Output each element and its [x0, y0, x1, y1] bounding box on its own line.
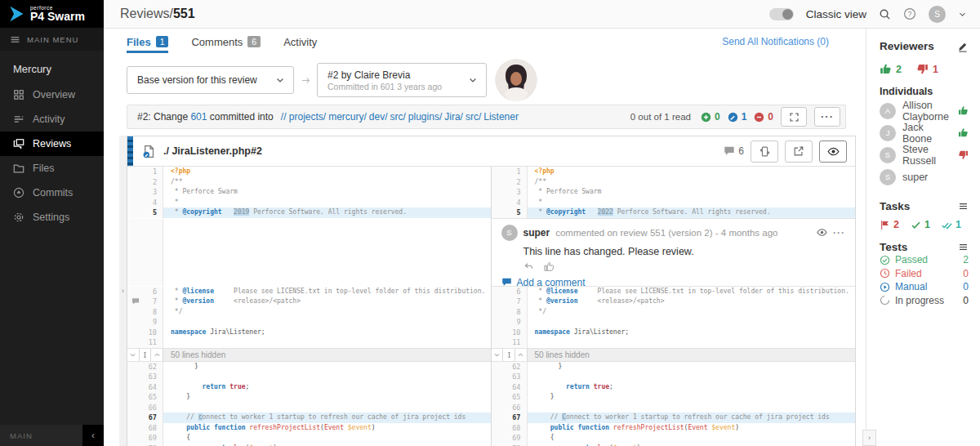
reviewer-row[interactable]: JJack Boone	[880, 122, 969, 144]
line-number[interactable]: 66	[492, 403, 528, 413]
sidebar-collapse-button[interactable]: ‹	[82, 425, 104, 446]
edit-reviewers-icon[interactable]	[957, 41, 969, 52]
sidebar-item-files[interactable]: Files	[0, 156, 104, 181]
line-number[interactable]: 69	[492, 433, 528, 444]
line-number[interactable]: 10	[492, 328, 528, 338]
path-segment[interactable]: Jira/	[444, 111, 463, 123]
path-segment[interactable]: Listener	[483, 111, 519, 123]
line-number[interactable]: 62	[127, 362, 163, 372]
line-number[interactable]: 63	[127, 372, 163, 382]
path-segment[interactable]: src/	[390, 111, 406, 123]
sidebar-item-settings[interactable]: Settings	[0, 205, 104, 230]
classic-view-toggle[interactable]	[769, 8, 794, 20]
author-avatar[interactable]	[495, 59, 537, 101]
expand-left-panel-handle[interactable]: ›	[119, 136, 127, 446]
tests-list-icon[interactable]	[958, 242, 969, 252]
line-number[interactable]: 9	[127, 317, 163, 328]
search-icon[interactable]	[879, 8, 891, 20]
reply-icon[interactable]	[523, 261, 534, 272]
line-number[interactable]: 2	[492, 177, 528, 188]
expand-down-button[interactable]	[492, 349, 504, 361]
fullscreen-button[interactable]	[781, 107, 807, 127]
line-number[interactable]: 8	[127, 307, 163, 318]
path-segment[interactable]: dev/	[369, 111, 388, 123]
sidebar-item-commits[interactable]: Commits	[0, 181, 104, 205]
base-version-select[interactable]: Base version for this review	[127, 66, 294, 94]
test-status-passed[interactable]: Passed2	[880, 253, 969, 267]
line-number[interactable]: 1	[127, 167, 163, 177]
line-number[interactable]: 4	[127, 198, 163, 208]
line-number[interactable]: 4	[492, 198, 528, 208]
chevron-down-icon[interactable]	[958, 10, 967, 19]
line-number[interactable]: 66	[127, 403, 163, 413]
line-number[interactable]: 70	[127, 444, 163, 446]
toggle-diff-layout-button[interactable]	[751, 140, 778, 163]
tab-activity[interactable]: Activity	[283, 30, 317, 53]
app-logo[interactable]: perforce P4 Swarm	[0, 0, 104, 28]
line-number[interactable]: 2	[127, 177, 163, 188]
send-notifications-link[interactable]: Send All Notifications (0)	[722, 36, 829, 47]
reviewer-row[interactable]: Ssuper	[880, 166, 969, 188]
test-status-failed[interactable]: Failed0	[880, 267, 969, 281]
line-number[interactable]: 3	[492, 187, 528, 198]
reviewer-row[interactable]: SSteve Russell	[880, 144, 969, 166]
line-number[interactable]: 70	[492, 444, 528, 446]
tab-files[interactable]: Files1	[127, 30, 168, 53]
line-number[interactable]: 7	[127, 297, 163, 307]
expand-all-button[interactable]	[503, 349, 515, 361]
tab-comments[interactable]: Comments6	[191, 30, 261, 53]
line-number[interactable]: 67	[127, 413, 163, 423]
reviewer-row[interactable]: AAllison Clayborne	[880, 100, 969, 122]
line-number[interactable]: 10	[127, 328, 163, 338]
line-number[interactable]: 8	[492, 307, 528, 318]
eye-icon[interactable]	[817, 227, 827, 238]
comment-author[interactable]: super	[523, 227, 550, 239]
breadcrumb-section[interactable]: Reviews/	[120, 7, 173, 20]
file-name[interactable]: ./ JiraListener.php#2	[163, 145, 262, 157]
sidebar-item-reviews[interactable]: Reviews	[0, 132, 104, 156]
sidebar-item-activity[interactable]: Activity	[0, 107, 104, 132]
comment-marker-icon[interactable]	[131, 297, 140, 306]
tasks-list-icon[interactable]	[958, 201, 969, 212]
more-options-button[interactable]: ···	[814, 107, 840, 127]
mark-read-button[interactable]	[819, 140, 847, 163]
line-number[interactable]: 64	[492, 382, 528, 393]
expand-up-button[interactable]	[515, 349, 528, 361]
target-version-select[interactable]: #2 by Claire Brevia Committed in 601 3 y…	[317, 63, 487, 97]
expand-down-button[interactable]	[127, 349, 140, 361]
sidebar-item-overview[interactable]: Overview	[0, 83, 104, 107]
line-number[interactable]: 62	[492, 362, 528, 372]
main-menu-button[interactable]: MAIN MENU	[0, 28, 104, 51]
test-status-manual[interactable]: Manual0	[880, 280, 969, 294]
line-number[interactable]: 68	[492, 423, 528, 434]
path-segment[interactable]: // projects/	[281, 111, 326, 123]
line-number[interactable]: 65	[127, 392, 163, 403]
line-number[interactable]: 6	[492, 287, 528, 297]
line-number[interactable]: 65	[492, 392, 528, 403]
line-number[interactable]: 9	[492, 317, 528, 328]
like-icon[interactable]	[544, 261, 555, 272]
expand-up-button[interactable]	[151, 349, 163, 361]
line-number[interactable]: 1	[492, 167, 528, 177]
path-segment[interactable]: plugins/	[408, 111, 442, 123]
change-number-link[interactable]: 601	[190, 111, 207, 123]
expand-right-panel-handle[interactable]: ›	[862, 430, 876, 446]
line-number[interactable]: 3	[127, 187, 163, 198]
file-comment-count[interactable]: 6	[724, 145, 744, 157]
test-status-in-progress[interactable]: In progress0	[880, 294, 969, 308]
breadcrumb[interactable]: Reviews/551	[104, 7, 195, 21]
path-segment[interactable]: mercury/	[328, 111, 367, 123]
line-number[interactable]: 11	[127, 337, 163, 348]
project-name[interactable]: Mercury	[0, 51, 104, 83]
help-icon[interactable]: ?	[903, 7, 916, 20]
open-file-button[interactable]	[785, 140, 813, 163]
line-number[interactable]: 68	[127, 423, 163, 434]
line-number[interactable]: 7	[492, 297, 528, 307]
line-number[interactable]: 5	[492, 207, 528, 218]
line-number[interactable]: 6	[127, 287, 163, 297]
user-avatar[interactable]: S	[929, 6, 946, 23]
line-number[interactable]: 5	[127, 207, 163, 218]
line-number[interactable]: 69	[127, 433, 163, 444]
expand-all-button[interactable]	[140, 349, 152, 361]
path-segment[interactable]: src/	[466, 111, 481, 123]
